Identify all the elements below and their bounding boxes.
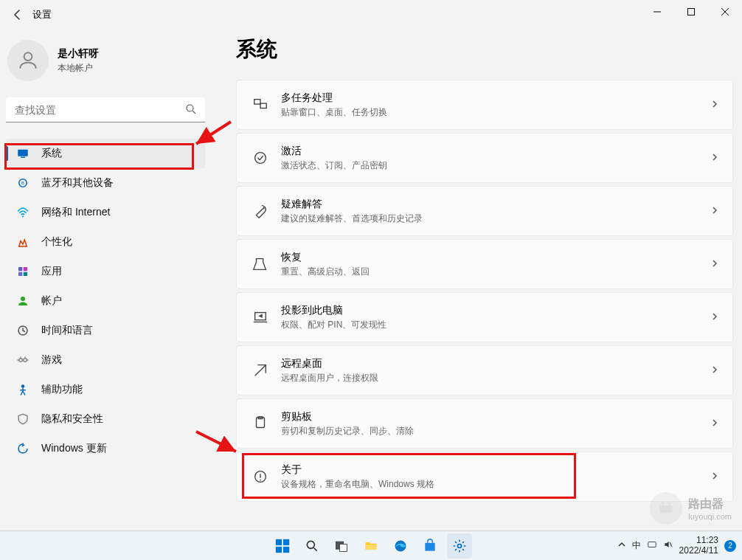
start-button[interactable]	[270, 533, 295, 559]
watermark-url: luyouqi.com	[688, 512, 732, 521]
taskbar: 中 11:23 2022/4/11 2	[0, 530, 742, 560]
setting-multitasking[interactable]: 多任务处理贴靠窗口、桌面、任务切换	[236, 80, 733, 130]
row-subtitle: 设备规格，重命名电脑、Windows 规格	[281, 478, 434, 491]
setting-recovery[interactable]: 恢复重置、高级启动、返回	[236, 239, 733, 289]
taskbar-edge[interactable]	[388, 533, 413, 559]
search-icon[interactable]	[184, 103, 198, 119]
row-title: 疑难解答	[281, 198, 423, 211]
svg-point-16	[21, 297, 25, 301]
row-text: 投影到此电脑权限、配对 PIN、可发现性	[281, 304, 386, 331]
sidebar-item-time-language[interactable]: 时间和语言	[6, 316, 205, 345]
chevron-right-icon	[710, 311, 719, 324]
nav-label: 隐私和安全性	[41, 412, 103, 426]
row-title: 远程桌面	[281, 357, 378, 370]
chevron-right-icon	[710, 364, 719, 377]
svg-rect-7	[18, 150, 28, 156]
tray-chevron-icon[interactable]	[617, 540, 626, 551]
row-title: 投影到此电脑	[281, 304, 386, 317]
nav-label: 帐户	[41, 294, 62, 308]
tray-notification-badge[interactable]: 2	[724, 540, 736, 552]
close-button[interactable]	[708, 0, 742, 24]
setting-remote-desktop[interactable]: 远程桌面远程桌面用户，连接权限	[236, 345, 733, 395]
nav-label: 游戏	[41, 353, 62, 367]
svg-rect-39	[283, 546, 289, 552]
svg-point-11	[22, 215, 24, 217]
nav-label: Windows 更新	[41, 442, 107, 455]
maximize-button[interactable]	[674, 0, 708, 24]
sidebar-item-system-icon	[16, 147, 30, 160]
taskbar-explorer[interactable]	[358, 533, 384, 559]
svg-rect-48	[648, 542, 656, 547]
window-title: 设置	[32, 8, 52, 21]
svg-rect-22	[260, 103, 266, 108]
svg-point-18	[19, 359, 23, 362]
row-text: 剪贴板剪切和复制历史记录、同步、清除	[281, 410, 414, 438]
row-subtitle: 剪切和复制历史记录、同步、清除	[281, 425, 414, 438]
nav-label: 系统	[41, 147, 62, 160]
nav-label: 个性化	[41, 235, 72, 249]
svg-text:B: B	[21, 181, 24, 185]
taskbar-search[interactable]	[299, 533, 325, 559]
svg-point-23	[255, 153, 266, 164]
sidebar-item-system[interactable]: 系统	[6, 139, 205, 168]
tray-clock[interactable]: 11:23 2022/4/11	[679, 536, 718, 555]
sidebar-item-apps[interactable]: 应用	[6, 257, 205, 286]
taskbar-store[interactable]	[417, 533, 443, 559]
sidebar-item-accessibility[interactable]: 辅助功能	[6, 375, 205, 404]
sidebar-item-accounts-icon	[16, 294, 30, 308]
sidebar-item-bluetooth[interactable]: B蓝牙和其他设备	[6, 168, 205, 198]
row-text: 关于设备规格，重命名电脑、Windows 规格	[281, 463, 434, 491]
sidebar-item-windows-update[interactable]: Windows 更新	[6, 434, 205, 463]
profile-name: 是小轩呀	[58, 47, 99, 61]
back-button[interactable]	[6, 3, 30, 27]
row-title: 剪贴板	[281, 410, 414, 424]
sidebar-item-time-language-icon	[16, 324, 30, 337]
setting-clipboard[interactable]: 剪贴板剪切和复制历史记录、同步、清除	[236, 398, 733, 449]
svg-point-40	[307, 541, 314, 548]
svg-rect-13	[24, 267, 27, 271]
row-text: 多任务处理贴靠窗口、桌面、任务切换	[281, 91, 387, 119]
row-subtitle: 重置、高级启动、返回	[281, 266, 370, 278]
sidebar: 是小轩呀 本地帐户 系统B蓝牙和其他设备网络和 Internet个性化应用帐户时…	[6, 40, 205, 463]
nav-label: 网络和 Internet	[41, 206, 110, 219]
row-subtitle: 权限、配对 PIN、可发现性	[281, 319, 386, 331]
search-input[interactable]	[6, 97, 205, 122]
taskbar-taskview[interactable]	[329, 533, 354, 559]
sidebar-item-gaming[interactable]: 游戏	[6, 345, 205, 375]
svg-line-6	[193, 111, 195, 114]
chevron-right-icon	[710, 257, 719, 271]
sidebar-item-network[interactable]: 网络和 Internet	[6, 198, 205, 227]
sidebar-item-personalization[interactable]: 个性化	[6, 227, 205, 257]
taskbar-settings[interactable]	[447, 533, 472, 559]
setting-about-icon	[250, 469, 271, 485]
tray-network-icon[interactable]	[647, 539, 657, 552]
setting-projecting[interactable]: 投影到此电脑权限、配对 PIN、可发现性	[236, 292, 733, 342]
setting-troubleshoot[interactable]: 疑难解答建议的疑难解答、首选项和历史记录	[236, 186, 733, 236]
svg-rect-36	[276, 539, 282, 545]
svg-rect-14	[18, 272, 22, 276]
sidebar-item-privacy[interactable]: 隐私和安全性	[6, 404, 205, 434]
page-title: 系统	[236, 35, 733, 63]
setting-activation[interactable]: 激活激活状态、订阅、产品密钥	[236, 133, 733, 183]
svg-point-5	[187, 105, 193, 111]
svg-point-34	[662, 502, 664, 505]
sidebar-item-privacy-icon	[16, 412, 30, 426]
title-bar: 设置	[0, 0, 742, 30]
row-text: 疑难解答建议的疑难解答、首选项和历史记录	[281, 198, 423, 225]
sidebar-item-accounts[interactable]: 帐户	[6, 286, 205, 316]
chevron-right-icon	[710, 98, 719, 111]
tray-time: 11:23	[679, 536, 718, 545]
setting-recovery-icon	[250, 256, 271, 272]
watermark-title: 路由器	[688, 497, 732, 512]
row-subtitle: 贴靠窗口、桌面、任务切换	[281, 106, 387, 119]
tray-date: 2022/4/11	[679, 546, 718, 556]
sidebar-item-windows-update-icon	[16, 442, 30, 455]
svg-point-20	[21, 384, 25, 388]
sidebar-item-apps-icon	[16, 265, 30, 278]
profile-block[interactable]: 是小轩呀 本地帐户	[6, 40, 205, 81]
minimize-button[interactable]	[640, 0, 674, 24]
setting-multitasking-icon	[250, 97, 271, 113]
tray-volume-icon[interactable]	[663, 539, 673, 552]
row-subtitle: 建议的疑难解答、首选项和历史记录	[281, 212, 423, 225]
tray-ime[interactable]: 中	[632, 539, 641, 552]
